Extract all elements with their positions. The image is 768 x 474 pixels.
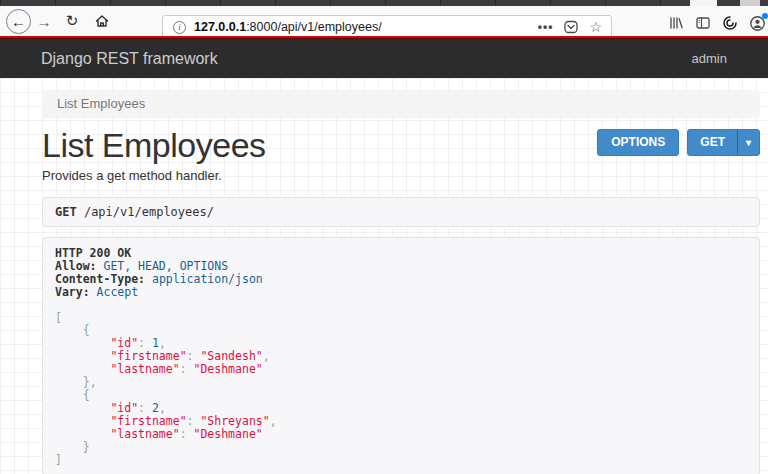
- response-code-line: ]: [55, 454, 747, 467]
- options-button[interactable]: OPTIONS: [597, 129, 679, 156]
- browser-toolbar: ← → ↻ i 127.0.0.1:8000/api/v1/employees/…: [0, 6, 768, 36]
- request-method: GET: [55, 205, 77, 219]
- home-icon: [94, 13, 110, 29]
- account-button[interactable]: [748, 14, 766, 32]
- pocket-icon[interactable]: [563, 19, 579, 35]
- account-notification-dot: [762, 13, 768, 19]
- response-panel: HTTP 200 OKAllow: GET, HEAD, OPTIONSCont…: [42, 237, 760, 474]
- drf-navbar: Django REST framework admin: [0, 39, 768, 78]
- response-code-line: Vary: Accept: [55, 286, 747, 299]
- reload-icon: ↻: [66, 12, 79, 30]
- bookmark-star-icon[interactable]: ☆: [589, 19, 602, 35]
- content-container: List Employees List Employees OPTIONS GE…: [42, 78, 760, 474]
- forward-icon: →: [37, 13, 52, 30]
- reload-button[interactable]: ↻: [57, 12, 87, 30]
- extension-button[interactable]: [721, 14, 739, 32]
- library-button[interactable]: [667, 14, 685, 32]
- response-code-line: [55, 299, 747, 312]
- request-info-bar: GET /api/v1/employees/: [42, 197, 760, 227]
- site-info-icon[interactable]: i: [173, 21, 186, 34]
- url-text[interactable]: 127.0.0.1:8000/api/v1/employees/: [194, 20, 538, 34]
- get-dropdown-toggle[interactable]: ▾: [737, 130, 759, 155]
- response-code-line: },: [55, 376, 747, 389]
- extension-swirl-icon: [722, 15, 738, 31]
- response-pre: HTTP 200 OKAllow: GET, HEAD, OPTIONSCont…: [55, 247, 747, 466]
- breadcrumb-current: List Employees: [57, 96, 145, 111]
- navbar-brand[interactable]: Django REST framework: [41, 50, 218, 68]
- title-row: List Employees OPTIONS GET ▾: [42, 125, 760, 165]
- response-code-line: "lastname": "Deshmane": [55, 363, 747, 376]
- request-path: /api/v1/employees/: [84, 205, 214, 219]
- breadcrumb[interactable]: List Employees: [42, 90, 760, 118]
- url-host: 127.0.0.1: [194, 20, 246, 34]
- library-icon: [668, 15, 684, 31]
- endpoint-description: Provides a get method handler.: [42, 168, 760, 183]
- response-code-line: }: [55, 441, 747, 454]
- get-button[interactable]: GET ▾: [687, 129, 760, 156]
- page-actions-icon[interactable]: •••: [538, 20, 554, 34]
- chevron-down-icon: ▾: [746, 130, 751, 155]
- back-icon: ←: [11, 13, 26, 30]
- user-menu-admin[interactable]: admin: [692, 51, 727, 66]
- home-button[interactable]: [87, 13, 117, 29]
- url-path: :8000/api/v1/employees/: [246, 20, 382, 34]
- sidebar-toggle-button[interactable]: [694, 14, 712, 32]
- response-code-line: [: [55, 312, 747, 325]
- response-code-line: "lastname": "Deshmane": [55, 428, 747, 441]
- sidebar-icon: [695, 15, 711, 31]
- forward-button[interactable]: →: [31, 13, 57, 30]
- toolbar-right-icons: [667, 14, 766, 32]
- response-code-line: Content-Type: application/json: [55, 273, 747, 286]
- get-button-label[interactable]: GET: [688, 130, 737, 155]
- page-body: List Employees List Employees OPTIONS GE…: [0, 78, 768, 474]
- method-buttons: OPTIONS GET ▾: [597, 129, 760, 156]
- back-button[interactable]: ←: [6, 9, 31, 34]
